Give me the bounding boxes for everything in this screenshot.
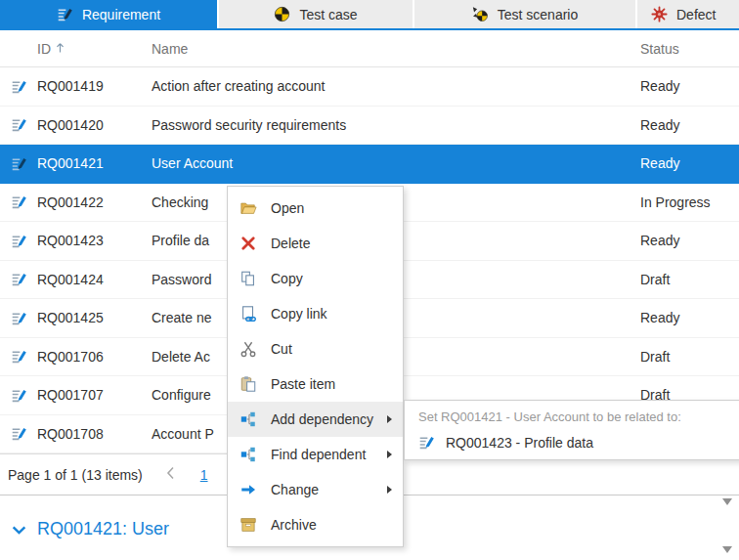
dependency-icon: [239, 446, 257, 463]
chevron-down-icon[interactable]: [12, 519, 26, 539]
row-name: User Account: [152, 155, 640, 171]
requirement-pencil-icon: [11, 78, 27, 95]
menu-item-label: Open: [271, 200, 304, 216]
requirement-pencil-icon: [11, 348, 27, 365]
submenu-arrow-icon: [387, 486, 392, 494]
open-folder-icon: [239, 199, 257, 217]
requirement-pencil-icon: [57, 6, 73, 22]
chevron-left-icon: [166, 466, 175, 483]
row-status: In Progress: [640, 194, 739, 210]
column-header-status[interactable]: Status: [640, 41, 739, 57]
menu-item-label: Delete: [271, 236, 310, 251]
tab-requirement[interactable]: Requirement: [0, 0, 217, 28]
menu-item-copy[interactable]: Copy: [228, 261, 403, 296]
requirement-pencil-icon: [11, 425, 27, 442]
row-status: Ready: [640, 117, 739, 133]
tab-bar: Requirement Test case Test scenario Defe…: [0, 0, 739, 30]
submenu-arrow-icon: [387, 415, 392, 423]
row-id: RQ001707: [37, 387, 152, 403]
copy-link-icon: [239, 305, 257, 323]
submenu-item-requirement[interactable]: RQ001423 - Profile data: [405, 427, 739, 459]
menu-item-label: Copy link: [271, 306, 327, 322]
tab-defect[interactable]: Defect: [637, 0, 739, 28]
delete-icon: [239, 235, 257, 252]
sort-ascending-icon: [56, 41, 65, 57]
menu-item-label: Paste item: [271, 376, 335, 392]
menu-item-label: Find dependent: [271, 447, 366, 462]
menu-item-cut[interactable]: Cut: [228, 331, 403, 366]
column-header-label: ID: [37, 41, 51, 57]
requirement-pencil-icon: [11, 194, 27, 210]
row-id: RQ001420: [37, 117, 152, 133]
submenu-item-label: RQ001423 - Profile data: [446, 435, 593, 451]
paste-icon: [239, 375, 257, 393]
menu-item-add-dependency[interactable]: Add dependency: [228, 402, 403, 437]
context-menu: Open Delete Copy Copy link Cut Paste ite…: [227, 186, 404, 547]
requirement-pencil-icon: [11, 271, 27, 287]
menu-item-label: Archive: [271, 517, 317, 533]
table-row[interactable]: RQ001419 Action after creating account R…: [0, 67, 739, 107]
page-number-current[interactable]: 1: [195, 465, 214, 485]
tab-label: Test scenario: [498, 7, 578, 22]
row-id: RQ001425: [37, 310, 152, 325]
cut-icon: [239, 340, 257, 358]
pagination-summary: Page 1 of 1 (13 items): [8, 467, 143, 483]
row-status: Draft: [640, 349, 739, 365]
column-header-name[interactable]: Name: [152, 41, 640, 57]
row-status: Ready: [640, 78, 739, 94]
app-window: Requirement Test case Test scenario Defe…: [0, 0, 739, 560]
requirement-pencil-icon: [11, 233, 27, 249]
menu-item-label: Add dependency: [271, 411, 373, 427]
tab-label: Defect: [676, 7, 716, 22]
row-id: RQ001706: [37, 349, 152, 365]
table-header: ID Name Status: [0, 30, 739, 67]
row-id: RQ001423: [37, 233, 152, 248]
requirement-pencil-icon: [418, 434, 435, 451]
row-id: RQ001422: [37, 194, 152, 210]
crash-dummy-icon: [274, 6, 290, 22]
copy-icon: [239, 270, 257, 287]
prev-page-button[interactable]: [166, 466, 175, 483]
row-status: Ready: [640, 155, 739, 171]
menu-item-change[interactable]: Change: [228, 472, 403, 507]
tab-test-scenario[interactable]: Test scenario: [414, 0, 635, 28]
row-status: Ready: [640, 233, 739, 248]
scroll-down-icon[interactable]: [722, 546, 732, 553]
row-id: RQ001419: [37, 78, 152, 94]
row-id: RQ001421: [37, 155, 152, 171]
defect-icon: [651, 6, 668, 22]
row-status: Draft: [640, 272, 739, 287]
row-status: Ready: [640, 310, 739, 325]
add-dependency-submenu: Set RQ001421 - User Account to be relate…: [404, 400, 739, 460]
requirement-pencil-icon: [11, 116, 27, 133]
row-id: RQ001424: [37, 272, 152, 287]
detail-title: RQ001421: User: [37, 519, 169, 539]
table-row-selected[interactable]: RQ001421 User Account Ready: [0, 145, 739, 184]
menu-item-label: Copy: [271, 271, 303, 286]
table-row[interactable]: RQ001420 Password security requirements …: [0, 107, 739, 146]
requirement-pencil-icon: [11, 155, 27, 172]
row-id: RQ001708: [37, 426, 152, 442]
dependency-icon: [239, 410, 257, 428]
menu-item-label: Cut: [271, 341, 292, 357]
crash-dummy-arrows-icon: [472, 6, 489, 22]
tab-label: Test case: [299, 7, 357, 22]
column-header-id[interactable]: ID: [37, 41, 152, 57]
requirement-pencil-icon: [11, 387, 27, 404]
menu-item-open[interactable]: Open: [228, 191, 403, 226]
submenu-header: Set RQ001421 - User Account to be relate…: [405, 401, 739, 427]
menu-item-paste[interactable]: Paste item: [228, 366, 403, 402]
row-name: Action after creating account: [152, 78, 640, 94]
menu-item-copy-link[interactable]: Copy link: [228, 296, 403, 331]
scroll-down-icon[interactable]: [722, 498, 732, 505]
menu-item-archive[interactable]: Archive: [228, 507, 403, 542]
row-name: Password security requirements: [152, 117, 640, 133]
menu-item-find-dependent[interactable]: Find dependent: [228, 437, 403, 472]
archive-icon: [239, 516, 257, 534]
tab-test-case[interactable]: Test case: [219, 0, 413, 28]
tab-label: Requirement: [82, 7, 160, 22]
menu-item-delete[interactable]: Delete: [228, 226, 403, 261]
requirement-pencil-icon: [11, 310, 27, 326]
submenu-arrow-icon: [387, 451, 392, 458]
change-arrow-icon: [239, 481, 257, 498]
